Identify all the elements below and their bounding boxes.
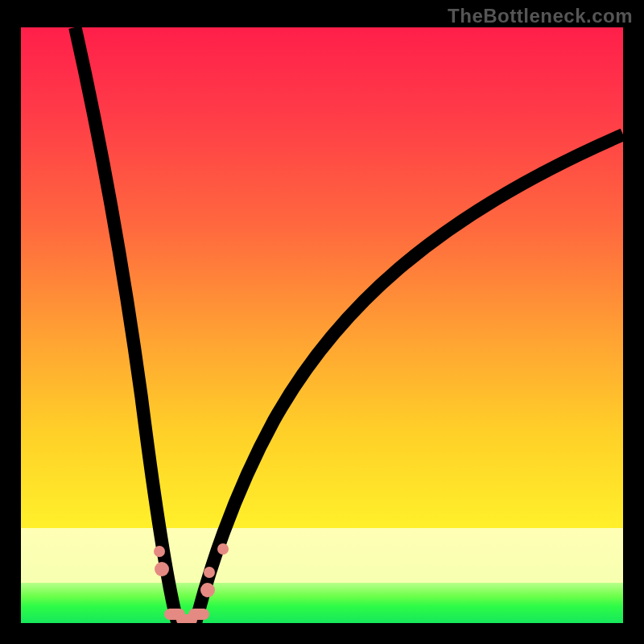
marker-p6 <box>200 583 215 597</box>
marker-p7 <box>204 567 215 578</box>
plot-area <box>21 27 623 623</box>
marker-p5 <box>188 609 209 620</box>
chart-frame: TheBottleneck.com <box>0 0 644 644</box>
curve-right-branch <box>196 134 623 623</box>
marker-p2 <box>155 562 169 576</box>
curve-left-branch <box>75 27 177 623</box>
bottleneck-curve <box>21 27 623 623</box>
marker-p8 <box>217 543 229 555</box>
marker-p1 <box>154 546 165 557</box>
watermark-text: TheBottleneck.com <box>448 5 633 27</box>
